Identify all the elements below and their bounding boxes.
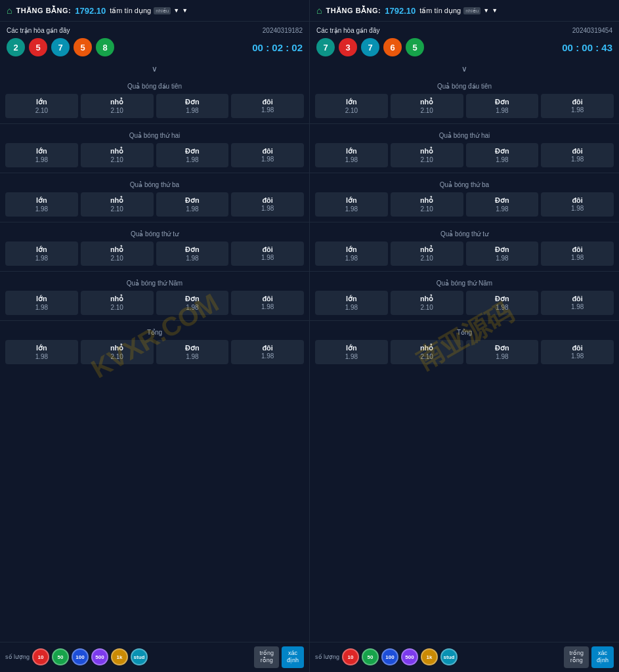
bet-btn-2-2[interactable]: Đơn 1.98 [466, 192, 539, 217]
bet-btn-2-3[interactable]: đôi 1.98 [541, 192, 614, 217]
bet-btn-2-0[interactable]: lớn 1.98 [315, 192, 388, 217]
chip-stud[interactable]: stud [440, 648, 458, 665]
bet-btn-3-0[interactable]: lớn 1.98 [5, 242, 78, 266]
bet-btn-2-0[interactable]: lớn 1.98 [5, 192, 78, 217]
bet-btn-4-2[interactable]: Đơn 1.98 [156, 291, 229, 315]
chip-1k[interactable]: 1k [111, 648, 128, 665]
bet-btn-4-3[interactable]: đôi 1.98 [231, 291, 304, 315]
bet-btn-value-3-1: 2.10 [420, 255, 433, 262]
bet-btn-value-5-3: 1.98 [261, 352, 274, 360]
clear-button[interactable]: trốngrỗng [254, 646, 279, 668]
bet-btn-value-4-3: 1.98 [571, 303, 584, 310]
bet-btn-label-1-3: đôi [572, 147, 583, 155]
clear-button[interactable]: trốngrỗng [564, 646, 589, 668]
bet-btn-0-3[interactable]: đôi 1.98 [231, 94, 304, 118]
bet-btn-5-0[interactable]: lớn 1.98 [5, 340, 78, 364]
bet-btn-0-2[interactable]: Đơn 1.98 [156, 94, 229, 118]
bet-btn-0-3[interactable]: đôi 1.98 [541, 94, 614, 118]
chip-10[interactable]: 10 [32, 648, 49, 665]
bet-btn-4-0[interactable]: lớn 1.98 [315, 291, 388, 315]
bet-btn-5-0[interactable]: lớn 1.98 [315, 340, 388, 364]
ball-2: 7 [361, 38, 379, 56]
bet-section-4: Quả bóng thứ Năm lớn 1.98 nhỏ 2.10 Đơn 1… [0, 273, 309, 319]
bet-btn-2-1[interactable]: nhỏ 2.10 [391, 192, 463, 217]
chip-50[interactable]: 50 [52, 648, 69, 665]
chip-500[interactable]: 500 [91, 648, 108, 665]
bet-grid-4: lớn 1.98 nhỏ 2.10 Đơn 1.98 đôi 1.98 [5, 291, 304, 315]
bet-btn-2-3[interactable]: đôi 1.98 [231, 192, 304, 217]
bet-btn-3-2[interactable]: Đơn 1.98 [156, 242, 229, 266]
bet-btn-label-4-1: nhỏ [420, 295, 433, 303]
bet-btn-1-2[interactable]: Đơn 1.98 [156, 143, 229, 167]
bet-btn-label-5-3: đôi [572, 344, 583, 352]
confirm-button[interactable]: xácđịnh [282, 646, 304, 668]
dropdown-arrow-1[interactable]: ▼ [483, 7, 489, 14]
chevron-down-icon[interactable]: ∨ [0, 62, 309, 76]
bet-btn-value-2-3: 1.98 [571, 205, 584, 212]
bet-btn-1-1[interactable]: nhỏ 2.10 [391, 143, 463, 167]
bet-btn-1-3[interactable]: đôi 1.98 [541, 143, 614, 167]
chip-10[interactable]: 10 [342, 648, 359, 665]
bet-btn-4-1[interactable]: nhỏ 2.10 [391, 291, 463, 315]
bet-btn-value-1-2: 1.98 [496, 156, 508, 163]
chip-stud[interactable]: stud [131, 648, 148, 665]
chip-100[interactable]: 100 [381, 648, 398, 665]
bet-btn-3-0[interactable]: lớn 1.98 [315, 242, 388, 266]
dropdown-arrow-2[interactable]: ▼ [492, 7, 498, 14]
bet-btn-4-1[interactable]: nhỏ 2.10 [81, 291, 154, 315]
bet-btn-1-3[interactable]: đôi 1.98 [231, 143, 304, 167]
bet-btn-3-3[interactable]: đôi 1.98 [231, 242, 304, 266]
bet-btn-1-2[interactable]: Đơn 1.98 [466, 143, 539, 167]
bet-btn-value-1-1: 2.10 [110, 156, 123, 163]
ball-3: 6 [383, 38, 402, 56]
bet-btn-5-1[interactable]: nhỏ 2.10 [81, 340, 154, 364]
bet-btn-3-1[interactable]: nhỏ 2.10 [81, 242, 154, 266]
bet-btn-1-1[interactable]: nhỏ 2.10 [81, 143, 154, 167]
bet-btn-0-0[interactable]: lớn 2.10 [315, 94, 388, 118]
bet-btn-2-1[interactable]: nhỏ 2.10 [81, 192, 154, 217]
recent-id: 20240319182 [263, 27, 303, 34]
bet-btn-3-1[interactable]: nhỏ 2.10 [391, 242, 463, 266]
chip-100[interactable]: 100 [72, 648, 89, 665]
bet-btn-label-4-3: đôi [262, 295, 273, 303]
nhieu-badge: nhiều [154, 7, 171, 14]
header-credit-text: tấm tín dụng [110, 7, 151, 15]
bet-btn-4-2[interactable]: Đơn 1.98 [466, 291, 539, 315]
bet-btn-value-3-2: 1.98 [496, 255, 508, 262]
bet-section-5: Tổng lớn 1.98 nhỏ 2.10 Đơn 1.98 đôi 1.98 [310, 322, 619, 368]
bet-btn-5-2[interactable]: Đơn 1.98 [156, 340, 229, 364]
bet-btn-1-0[interactable]: lớn 1.98 [5, 143, 78, 167]
dropdown-arrow-2[interactable]: ▼ [182, 7, 188, 14]
footer: số lượng10501005001kstudtrốngrỗngxácđịnh [310, 642, 619, 672]
bet-btn-4-3[interactable]: đôi 1.98 [541, 291, 614, 315]
ball-0: 2 [7, 38, 25, 56]
bet-btn-3-3[interactable]: đôi 1.98 [541, 242, 614, 266]
bet-btn-5-3[interactable]: đôi 1.98 [541, 340, 614, 364]
bet-btn-4-0[interactable]: lớn 1.98 [5, 291, 78, 315]
bet-btn-0-2[interactable]: Đơn 1.98 [466, 94, 539, 118]
chip-50[interactable]: 50 [362, 648, 379, 665]
bet-btn-5-1[interactable]: nhỏ 2.10 [391, 340, 463, 364]
footer: số lượng10501005001kstudtrốngrỗngxácđịnh [0, 642, 309, 672]
bet-btn-label-5-3: đôi [262, 344, 273, 352]
bet-grid-5: lớn 1.98 nhỏ 2.10 Đơn 1.98 đôi 1.98 [315, 340, 614, 364]
bet-btn-2-2[interactable]: Đơn 1.98 [156, 192, 229, 217]
bet-btn-3-2[interactable]: Đơn 1.98 [466, 242, 539, 266]
chip-500[interactable]: 500 [401, 648, 418, 665]
bet-btn-1-0[interactable]: lớn 1.98 [315, 143, 388, 167]
bet-btn-0-0[interactable]: lớn 2.10 [5, 94, 78, 118]
bet-btn-5-2[interactable]: Đơn 1.98 [466, 340, 539, 364]
confirm-button[interactable]: xácđịnh [591, 646, 614, 668]
dropdown-arrow-1[interactable]: ▼ [173, 7, 179, 14]
bet-btn-label-2-1: nhỏ [110, 196, 123, 205]
chip-1k[interactable]: 1k [421, 648, 438, 665]
chevron-down-icon[interactable]: ∨ [310, 62, 619, 76]
bet-section-2: Quả bóng thứ ba lớn 1.98 nhỏ 2.10 Đơn 1.… [0, 175, 309, 220]
bet-btn-0-1[interactable]: nhỏ 2.10 [81, 94, 154, 118]
bet-btn-label-5-1: nhỏ [420, 344, 433, 352]
bet-grid-2: lớn 1.98 nhỏ 2.10 Đơn 1.98 đôi 1.98 [315, 192, 614, 217]
section-title-0: Quả bóng đầu tiên [315, 83, 614, 90]
bet-btn-0-1[interactable]: nhỏ 2.10 [391, 94, 463, 118]
bet-btn-5-3[interactable]: đôi 1.98 [231, 340, 304, 364]
recent-title: Các trận hòa gần đây [316, 27, 380, 34]
